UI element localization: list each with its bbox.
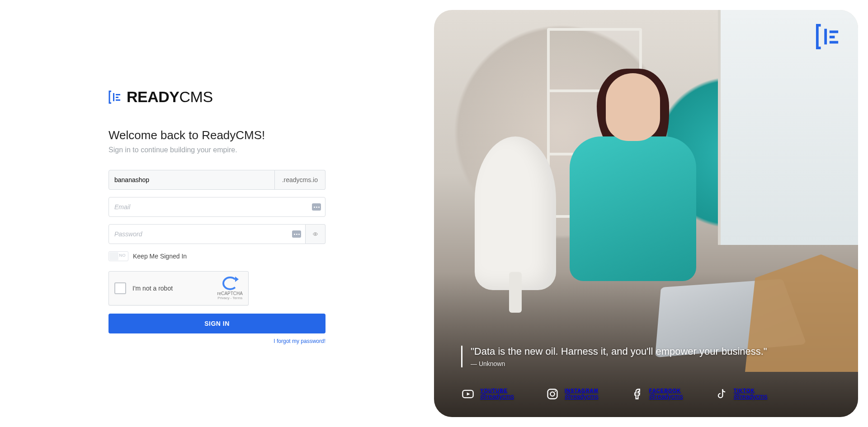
svg-point-12 bbox=[555, 390, 556, 392]
brand-name-thin: CMS bbox=[179, 88, 213, 105]
svg-point-4 bbox=[315, 234, 316, 235]
social-handle: @readycms bbox=[480, 393, 514, 400]
page-title: Welcome back to ReadyCMS! bbox=[108, 128, 326, 142]
youtube-icon bbox=[461, 387, 475, 401]
forgot-password-link[interactable]: I forgot my password! bbox=[108, 338, 326, 344]
social-youtube[interactable]: YOUTUBE @readycms bbox=[461, 387, 514, 401]
social-handle: @readycms bbox=[565, 393, 599, 400]
recaptcha-logo-icon bbox=[222, 277, 238, 290]
svg-rect-3 bbox=[116, 99, 120, 101]
svg-rect-5 bbox=[824, 29, 827, 45]
recaptcha-widget: I'm not a robot reCAPTCHA Privacy - Term… bbox=[108, 271, 249, 305]
password-input[interactable] bbox=[108, 224, 306, 244]
page-subtitle: Sign in to continue building your empire… bbox=[108, 146, 326, 154]
quote-author: — Unknown bbox=[471, 360, 767, 367]
social-handle: @readycms bbox=[649, 393, 683, 400]
hero-panel: "Data is the new oil. Harness it, and yo… bbox=[434, 0, 868, 427]
svg-point-11 bbox=[550, 392, 554, 396]
domain-field-row: .readycms.io bbox=[108, 170, 326, 190]
brand-name-bold: READY bbox=[127, 88, 179, 105]
keep-signed-label: Keep Me Signed In bbox=[133, 253, 187, 260]
toggle-password-visibility[interactable] bbox=[306, 224, 326, 244]
autofill-hint-icon bbox=[312, 203, 321, 211]
svg-rect-8 bbox=[830, 41, 838, 44]
keep-signed-row: NO Keep Me Signed In bbox=[108, 251, 326, 261]
hero-person-shape bbox=[565, 73, 701, 308]
hero-image: "Data is the new oil. Harness it, and yo… bbox=[434, 10, 858, 417]
eye-icon bbox=[313, 230, 318, 238]
quote-text: "Data is the new oil. Harness it, and yo… bbox=[471, 346, 767, 357]
recaptcha-branding: reCAPTCHA Privacy - Terms bbox=[217, 277, 243, 300]
brand-logo-icon bbox=[108, 90, 121, 104]
recaptcha-label: I'm not a robot bbox=[132, 285, 217, 292]
domain-input[interactable] bbox=[108, 170, 275, 190]
social-tiktok[interactable]: TIKTOK @readycms bbox=[715, 387, 768, 401]
brand: READYCMS bbox=[108, 88, 326, 106]
facebook-icon bbox=[630, 387, 644, 401]
recaptcha-terms: Privacy - Terms bbox=[217, 296, 243, 300]
toggle-state-text: NO bbox=[119, 253, 126, 258]
hero-quote: "Data is the new oil. Harness it, and yo… bbox=[461, 346, 767, 367]
svg-rect-6 bbox=[830, 31, 838, 33]
email-field-row bbox=[108, 197, 326, 217]
svg-rect-7 bbox=[830, 36, 835, 38]
login-form: READYCMS Welcome back to ReadyCMS! Sign … bbox=[108, 88, 326, 344]
brand-name: READYCMS bbox=[127, 88, 213, 106]
keep-signed-toggle[interactable]: NO bbox=[108, 251, 128, 261]
domain-suffix: .readycms.io bbox=[275, 170, 326, 190]
social-instagram[interactable]: INSTAGRAM @readycms bbox=[546, 387, 599, 401]
signin-button[interactable]: SIGN IN bbox=[108, 314, 326, 333]
recaptcha-brand: reCAPTCHA bbox=[217, 291, 243, 296]
social-handle: @readycms bbox=[734, 393, 768, 400]
login-panel: READYCMS Welcome back to ReadyCMS! Sign … bbox=[0, 0, 434, 427]
tiktok-icon bbox=[715, 387, 728, 401]
svg-rect-1 bbox=[116, 94, 120, 95]
password-field-row bbox=[108, 224, 326, 244]
social-facebook[interactable]: FACEBOOK @readycms bbox=[630, 387, 683, 401]
instagram-icon bbox=[546, 387, 559, 401]
svg-rect-0 bbox=[113, 93, 114, 101]
email-input[interactable] bbox=[108, 197, 326, 217]
corner-logo-icon bbox=[816, 23, 840, 52]
recaptcha-checkbox[interactable] bbox=[114, 282, 126, 294]
autofill-hint-icon bbox=[292, 230, 301, 238]
svg-rect-2 bbox=[116, 97, 118, 98]
hero-mannequin-shape bbox=[475, 136, 556, 290]
social-links: YOUTUBE @readycms INSTAGRAM @readycms bbox=[461, 387, 768, 401]
